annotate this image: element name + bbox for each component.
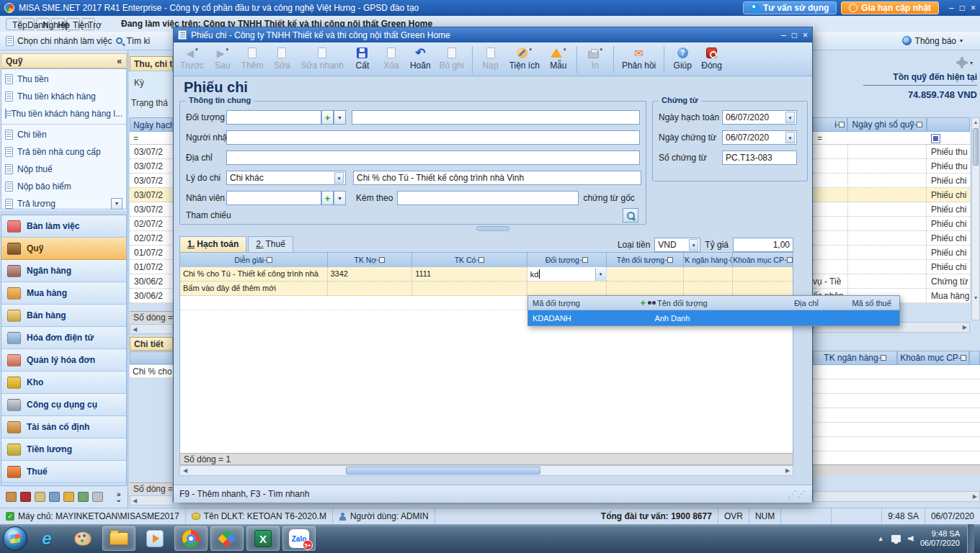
toolbar-sau-button[interactable]: ▶▾Sau (209, 45, 236, 71)
grid-data-row[interactable]: Chi % cho Tú - Thiết kế công trình nhà 3… (180, 267, 793, 282)
module-tai-san-co-dinh[interactable]: Tài sản cố định (1, 416, 126, 439)
column-ngay-ghi-so-quy[interactable]: Ngày ghi sổ quỹ (847, 117, 927, 132)
ngay-chung-tu-select[interactable]: 06/07/2020▾ (722, 130, 797, 145)
module-mua-hang[interactable]: Mua hàng (1, 282, 126, 305)
scroll-up-icon[interactable]: ▲ (972, 118, 979, 127)
sidebar-item-thu-tien-khach-hang-hangloat[interactable]: Thu tiền khách hàng hàng l... (1, 105, 126, 122)
ngay-hach-toan-select[interactable]: 06/07/2020▾ (722, 110, 797, 125)
gear-dropdown-icon[interactable]: ▾ (970, 60, 973, 66)
filter-equals-cell[interactable]: = (130, 132, 173, 145)
table-row[interactable]: 01/07/2 (130, 246, 173, 260)
sidebar-item-thu-tien[interactable]: Thu tiền (1, 71, 126, 88)
taskbar-excel[interactable]: X (246, 526, 280, 551)
kem-theo-input[interactable] (397, 191, 579, 205)
column-doi-tuong[interactable]: Đối tượng (527, 253, 607, 267)
module-mini-icon[interactable] (35, 492, 45, 502)
pin-icon[interactable] (917, 122, 922, 127)
tray-clock[interactable]: 9:48 SA06/07/2020 (920, 529, 960, 548)
checkbox-icon[interactable] (931, 134, 940, 143)
sidebar-item-tra-tien-ncc[interactable]: Trả tiền nhà cung cấp (1, 143, 126, 161)
module-hoa-don-dien-tu[interactable]: Hóa đơn điện tử (1, 327, 126, 349)
menu-tro-giup[interactable]: Trợ giúp (81, 18, 95, 30)
table-row[interactable]: 30/06/2 (130, 289, 173, 303)
restore-button[interactable]: □ (960, 3, 965, 13)
table-row[interactable]: Phiếu thu (813, 145, 970, 159)
currency-select[interactable]: VND▾ (654, 238, 700, 252)
popup-column-ma-doi-tuong[interactable]: Mã đối tượng (528, 299, 636, 307)
popup-column-ma-so-thue[interactable]: Mã số thuế (844, 299, 899, 307)
column-tk-no[interactable]: TK Nợ (328, 253, 413, 267)
filter-checkbox-cell[interactable] (927, 132, 970, 145)
filter-equals-cell[interactable]: = (813, 132, 847, 145)
splitter-handle[interactable] (476, 226, 509, 231)
show-desktop-button[interactable] (967, 524, 974, 553)
table-row[interactable]: vụ - TiềChứng từ mu (813, 274, 970, 289)
dialog-minimize-button[interactable]: – (781, 30, 786, 40)
scroll-left-icon[interactable]: ◀ (180, 467, 190, 474)
pin-icon[interactable] (478, 257, 484, 263)
column-ten-doi-tuong[interactable]: Tên đối tượng (607, 253, 685, 267)
network-icon[interactable] (891, 535, 901, 542)
more-modules-button[interactable]: »⌄ (116, 492, 122, 502)
taskbar-media-player[interactable] (138, 526, 172, 551)
popup-result-row-selected[interactable]: KDADANH Anh Danh (528, 310, 899, 325)
toolbar-mau-button[interactable]: ▾Mẫu (545, 45, 572, 71)
toolbar-bo-ghi-button[interactable]: Bỏ ghi (436, 45, 468, 71)
so-chung-tu-input[interactable] (722, 150, 797, 165)
tab-hach-toan[interactable]: 1. Hạch toán (179, 236, 246, 252)
toolbar-cat-save-button[interactable]: Cất (349, 45, 376, 71)
sidebar-splitter[interactable]: · · · · · (0, 210, 128, 215)
column-tk-co[interactable]: TK Có (412, 253, 527, 267)
resize-grip[interactable]: ⋰⋰ (788, 489, 806, 499)
toolbar-in-button[interactable]: ▾In (582, 45, 609, 71)
toolbar-tien-ich-button[interactable]: ▾Tiện ích (506, 45, 543, 71)
module-mini-icon[interactable] (49, 492, 60, 502)
minimize-button[interactable]: – (949, 3, 954, 13)
table-row[interactable]: 02/07/2 (130, 217, 173, 231)
menu-nghiep-vu[interactable]: Nghiệp vụ (36, 18, 50, 30)
dropdown-button[interactable]: ▾ (111, 198, 122, 210)
menu-danh-muc[interactable]: Danh mục (21, 18, 35, 30)
nguoi-nhan-input[interactable] (226, 130, 640, 145)
dialog-close-button[interactable]: × (803, 30, 808, 40)
table-row[interactable]: Phiếu chi (813, 174, 970, 188)
module-mini-icon[interactable] (20, 492, 31, 502)
column-header-blank[interactable] (927, 117, 970, 132)
taskbar-paint[interactable] (66, 526, 99, 551)
pin-icon[interactable] (787, 257, 793, 263)
reference-lookup-button[interactable] (623, 208, 638, 222)
doi-tuong-edit-cell[interactable]: kd▾ (527, 267, 607, 281)
module-kho[interactable]: Kho (1, 372, 126, 394)
add-employee-button[interactable]: + (321, 191, 334, 205)
column-khoan-muc-cp[interactable]: Khoản mục CP (897, 351, 969, 365)
table-row[interactable]: Phiếu thu (813, 159, 970, 174)
table-row[interactable]: Phiếu chi (813, 246, 970, 260)
table-row[interactable]: 03/07/2 (130, 174, 173, 188)
ly-do-mo-ta-input[interactable] (353, 171, 641, 185)
horizontal-scrollbar[interactable]: ◀ (130, 495, 173, 505)
table-row[interactable]: 02/07/2 (130, 231, 173, 246)
scroll-right-icon[interactable]: ▶ (783, 467, 793, 474)
support-consult-button[interactable]: Tư vấn sử dụng (743, 1, 837, 14)
popup-column-dia-chi[interactable]: Địa chỉ (769, 299, 845, 307)
sidebar-item-nop-thue[interactable]: Nộp thuế (1, 161, 126, 178)
notification-button[interactable]: Thông báo ▾ (902, 36, 974, 46)
toolbar-xoa-button[interactable]: Xóa (378, 45, 405, 71)
scrollbar-thumb[interactable] (346, 467, 540, 475)
tray-expand-icon[interactable]: ▲ (878, 535, 884, 542)
pin-icon[interactable] (379, 257, 385, 263)
toolbar-truoc-button[interactable]: ◀▾Trước (177, 45, 208, 71)
module-ngan-hang[interactable]: Ngân hàng (1, 260, 126, 282)
exchange-rate-input[interactable] (733, 238, 793, 252)
nhan-vien-input[interactable] (226, 191, 321, 205)
module-tien-luong[interactable]: Tiền lương (1, 439, 126, 461)
toolbar-phan-hoi-button[interactable]: ✉Phản hồi (618, 45, 659, 71)
add-object-button[interactable]: + (321, 110, 334, 125)
object-dropdown-button[interactable]: ▾ (334, 110, 346, 125)
sidebar-panel-header[interactable]: Quỹ « (1, 53, 127, 68)
toolbar-hoan-button[interactable]: ↶Hoãn (406, 45, 435, 71)
horizontal-scrollbar[interactable]: ▶ (813, 491, 980, 502)
grid-horizontal-scrollbar[interactable]: ◀ ▶ (179, 465, 793, 476)
vertical-scrollbar[interactable]: ▲ ▼ (971, 117, 980, 320)
column-tk-ngan-hang[interactable]: TK ngân hàng (813, 351, 897, 365)
